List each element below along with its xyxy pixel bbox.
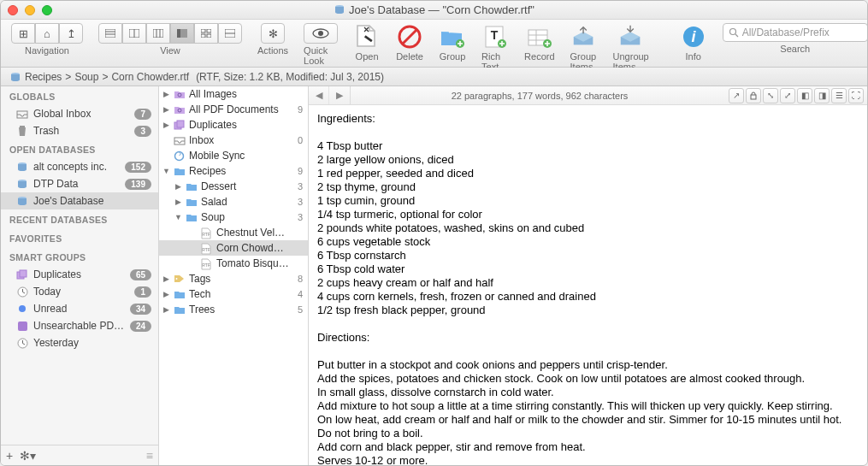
browser-row[interactable]: ▶ Dessert 3 [159,179,308,194]
toolbar-label: Quick Look [304,45,338,66]
db-icon [16,195,28,207]
view-tags-button[interactable] [218,23,242,44]
action-menu-button[interactable]: ✻▾ [20,449,36,463]
browser-row[interactable]: ▶ Salad 3 [159,194,308,209]
disclosure-triangle-icon[interactable]: ▶ [162,305,170,314]
doc-next-button[interactable]: ▶ [329,86,350,104]
sidebar-item[interactable]: Duplicates 65 [1,266,158,283]
disclosure-triangle-icon[interactable]: ▼ [174,213,182,221]
sidebar-item[interactable]: Global Inbox 7 [1,105,158,122]
disclosure-triangle-icon[interactable]: ▶ [162,105,170,114]
add-button[interactable]: + [6,449,13,463]
browser-row[interactable]: ▶ All PDF Documents 9 [159,102,308,117]
share-button[interactable]: ↗ [729,88,744,103]
sidebar-item-label: Unread [33,303,125,315]
lock-button[interactable] [746,88,761,103]
ungroup-items-button[interactable] [617,23,645,50]
browser-row[interactable]: ▼ Soup 3 [159,209,308,225]
disclosure-triangle-icon[interactable]: ▶ [162,121,170,129]
browser-row[interactable]: Mobile Sync [159,148,308,163]
browser-row[interactable]: ▶ All Images [159,86,308,102]
disclosure-triangle-icon[interactable]: ▶ [162,90,170,98]
document-body[interactable]: Ingredients: 4 Tbsp butter 2 large yello… [309,105,867,465]
disclosure-triangle-icon[interactable]: ▶ [162,274,170,283]
folder-b-icon [174,289,186,299]
sidebar-right-button[interactable]: ◨ [814,88,830,103]
svg-rect-58 [751,95,756,99]
svg-rect-11 [201,29,205,32]
info-button[interactable]: i [680,23,707,50]
view-split-button[interactable] [122,23,146,44]
database-icon [9,71,21,83]
view-columns-button[interactable] [146,23,170,44]
database-icon [334,3,345,15]
disclosure-triangle-icon[interactable]: ▼ [162,167,170,175]
fullscreen-button[interactable]: ⛶ [848,88,864,103]
browser-row-label: Mobile Sync [189,150,289,162]
count-badge: 1 [134,286,151,298]
view-icons-button[interactable] [194,23,218,44]
browser-row-label: Recipes [189,165,289,177]
minimize-window-button[interactable] [25,5,35,15]
disclosure-triangle-icon[interactable]: ▶ [174,198,182,206]
trash-icon [16,125,28,137]
navigate-up-button[interactable]: ↥ [59,23,83,44]
disclosure-triangle-icon[interactable]: ▶ [174,182,182,191]
record-button[interactable] [526,23,553,50]
open-button[interactable] [353,23,381,50]
browser-row[interactable]: ▶ Duplicates [159,117,308,133]
close-window-button[interactable] [8,5,18,15]
rich-text-button[interactable]: T [481,23,509,50]
view-list-button[interactable] [98,23,122,44]
navigate-back-button[interactable]: ⊞ [11,23,35,44]
browser-row-count: 5 [292,304,303,315]
sidebar-item-label: Unsearchable PDFs [33,320,125,332]
resize-handle-icon[interactable]: ≡ [146,449,153,463]
quick-look-button[interactable] [304,23,338,44]
sidebar-item[interactable]: DTP Data 139 [1,175,158,192]
sidebar-item[interactable]: Joe's Database [1,192,158,209]
width-fit-button[interactable]: ⤡ [763,88,778,103]
doc-prev-button[interactable]: ◀ [309,86,329,104]
browser-row[interactable]: ▶ Trees 5 [159,302,308,317]
disclosure-triangle-icon[interactable]: ▶ [162,290,170,298]
browser-row[interactable]: RTF Chestnut Velouté.rtf [159,225,308,240]
dup-icon [16,268,28,280]
sidebar-item[interactable]: Unsearchable PDFs 24 [1,317,158,334]
count-badge: 24 [130,321,151,332]
count-badge: 7 [134,109,151,120]
svg-text:RTF: RTF [202,262,210,268]
view-three-pane-button[interactable] [170,23,194,44]
move-button[interactable]: ⤢ [780,88,795,103]
delete-button[interactable] [396,23,423,50]
group-items-button[interactable] [570,23,598,50]
toolbar-label: Actions [257,45,288,56]
sidebar-item[interactable]: Today 1 [1,283,158,300]
actions-menu-button[interactable]: ✻ [261,23,285,44]
browser-row[interactable]: Inbox 0 [159,133,308,148]
browser-row-label: Duplicates [189,119,289,131]
sidebar-item[interactable]: Unread 34 [1,300,158,317]
path-segment[interactable]: Soup [74,71,98,83]
path-segment[interactable]: Corn Chowder.rtf [111,71,189,83]
browser-row-count: 3 [292,181,303,192]
sidebar-item[interactable]: Trash 3 [1,122,158,139]
sidebar-item[interactable]: Yesterday [1,334,158,351]
sidebar-item[interactable]: alt concepts inc. 152 [1,158,158,175]
browser-row-count: 3 [292,197,303,207]
toolbar-label: Record [524,51,554,62]
folder-b-icon [186,212,198,222]
search-field[interactable]: All/Database/Prefix [723,23,868,42]
browser-row[interactable]: ▶ Tags 8 [159,271,308,286]
text-view-button[interactable]: ☰ [831,88,847,103]
svg-rect-13 [201,34,205,38]
browser-row[interactable]: ▶ Tech 4 [159,286,308,302]
sidebar-left-button[interactable]: ◧ [797,88,812,103]
group-button[interactable] [439,23,466,50]
zoom-window-button[interactable] [42,5,52,15]
browser-row[interactable]: RTF Corn Chowder.rtf [159,240,308,256]
browser-row[interactable]: ▼ Recipes 9 [159,163,308,179]
navigate-home-button[interactable]: ⌂ [35,23,59,44]
path-segment[interactable]: Recipes [25,71,62,83]
browser-row[interactable]: RTF Tomato Bisque.rtf [159,256,308,271]
